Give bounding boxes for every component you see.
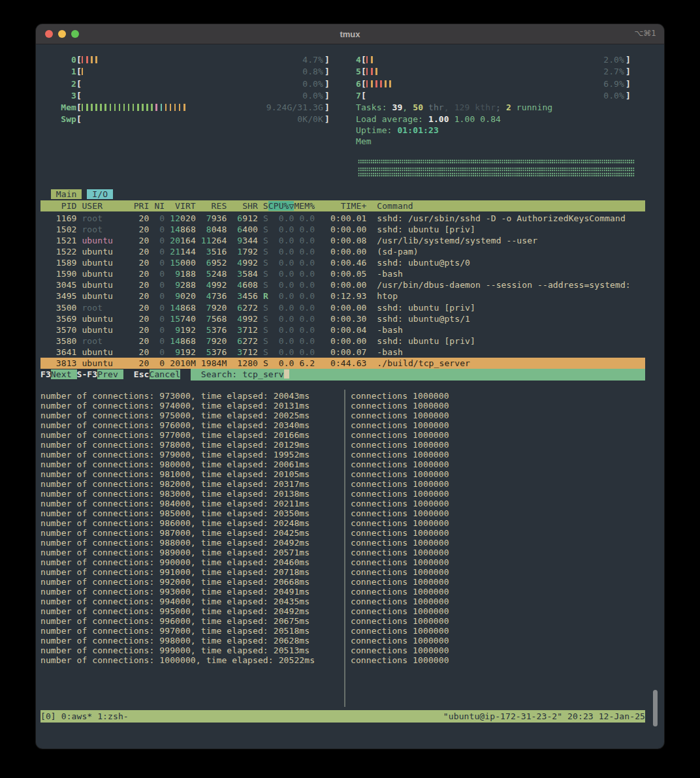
terminal[interactable]: 0[4.7%]1[0.8%]2[0.0%]3[0.0%]Mem[9.24G/31… (36, 44, 664, 749)
window-title: tmux (36, 29, 664, 39)
tasks-line: Tasks: 39, 50 thr, 129 kthr; 2 running (356, 102, 552, 113)
process-row-3580[interactable]: 3580 root 20 0 14868 7920 6272 S 0.0 0.0… (40, 335, 645, 347)
mem-label-line: Mem (356, 136, 372, 147)
search-input[interactable]: Search: tcp_serv (191, 369, 645, 381)
text-cursor (284, 369, 289, 379)
process-row-3641[interactable]: 3641 ubuntu 20 0 9192 5376 3712 S 0.0 0.… (40, 347, 645, 358)
status-host-time: "ubuntu@ip-172-31-23-2" 20:23 12-Jan-25 (443, 710, 645, 723)
function-key-bar: F3Next S-F3Prev EscCancel Search: tcp_se… (40, 369, 645, 381)
left-pane-log[interactable]: number of connections: 973000, time elap… (40, 391, 315, 665)
status-window-list[interactable]: [0] 0:aws* 1:zsh- (40, 710, 129, 723)
sort-column-cpu[interactable]: CPU%▽ (268, 201, 294, 211)
process-row-1522[interactable]: 1522 ubuntu 20 0 21144 3516 1792 S 0.0 0… (40, 246, 645, 257)
tab-io[interactable]: I/O (87, 189, 113, 199)
tab-main[interactable]: Main (51, 189, 82, 199)
close-button[interactable] (45, 30, 53, 38)
mem-graph-dots (358, 159, 635, 164)
cpu-meter-5: 5[2.7%] (356, 66, 631, 78)
htop-tab-row: Main I/O (40, 189, 113, 200)
scrollbar-thumb[interactable] (653, 690, 658, 726)
fn-cancel-button[interactable]: EscCancel (134, 369, 180, 381)
titlebar[interactable]: tmux ⌥⌘1 (36, 24, 664, 44)
right-pane-log[interactable]: connections 1000000 connections 1000000 … (351, 391, 449, 665)
cpu-meter-2: 2[0.0%] (56, 78, 330, 90)
memory-meter: Mem[9.24G/31.3G] (56, 102, 330, 114)
mem-graph-dots (358, 172, 635, 177)
cpu-meter-4: 4[2.0%] (356, 54, 631, 66)
process-row-1589[interactable]: 1589 ubuntu 20 0 15000 6952 4992 S 0.0 0… (40, 257, 645, 268)
process-row-1169[interactable]: 1169 root 20 0 12020 7936 6912 S 0.0 0.0… (40, 213, 645, 224)
tmux-window[interactable]: tmux ⌥⌘1 0[4.7%]1[0.8%]2[0.0%]3[0.0%]Mem… (36, 24, 664, 749)
cpu-meter-0: 0[4.7%] (56, 54, 330, 66)
uptime-line: Uptime: 01:01:23 (356, 125, 439, 136)
cpu-meter-6: 6[6.9%] (356, 78, 631, 90)
pane-divider[interactable] (344, 390, 345, 707)
process-row-3495[interactable]: 3495 ubuntu 20 0 9020 4736 3456 R 0.0 0.… (40, 290, 645, 302)
fn-next-button[interactable]: F3Next (40, 369, 77, 381)
process-row-3569[interactable]: 3569 ubuntu 20 0 15740 7568 4992 S 0.0 0… (40, 313, 645, 324)
zoom-button[interactable] (71, 30, 79, 38)
cpu-meter-3: 3[0.0%] (56, 90, 330, 102)
window-shortcut-badge: ⌥⌘1 (635, 29, 656, 38)
process-table-header[interactable]: PID USER PRI NI VIRT RES SHR SCPU%▽MEM% … (40, 200, 645, 211)
process-row-1502[interactable]: 1502 root 20 0 14868 8048 6400 S 0.0 0.0… (40, 224, 645, 235)
process-row-3045[interactable]: 3045 ubuntu 20 0 9288 4992 4608 S 0.0 0.… (40, 279, 645, 290)
fn-prev-button[interactable]: S-F3Prev (77, 369, 123, 381)
screen: tmux ⌥⌘1 0[4.7%]1[0.8%]2[0.0%]3[0.0%]Mem… (0, 0, 700, 778)
traffic-lights (45, 30, 79, 38)
process-row-3500[interactable]: 3500 root 20 0 14868 7920 6272 S 0.0 0.0… (40, 302, 645, 313)
swap-meter: Swp[0K/0K] (56, 114, 330, 125)
process-row-3570[interactable]: 3570 ubuntu 20 0 9192 5376 3712 S 0.0 0.… (40, 324, 645, 335)
load-average-line: Load average: 1.00 1.00 0.84 (356, 114, 501, 125)
cpu-meter-7: 7[0.0%] (356, 90, 631, 102)
tmux-status-bar: [0] 0:aws* 1:zsh- "ubuntu@ip-172-31-23-2… (40, 710, 645, 723)
process-row-3813[interactable]: 3813 ubuntu 20 0 2010M 1984M 1280 S 0.0 … (40, 358, 645, 369)
mem-graph-dots (358, 167, 635, 172)
process-row-1590[interactable]: 1590 ubuntu 20 0 9188 5248 3584 S 0.0 0.… (40, 268, 645, 279)
process-row-1521[interactable]: 1521 ubuntu 20 0 20164 11264 9344 S 0.0 … (40, 235, 645, 246)
minimize-button[interactable] (58, 30, 66, 38)
cpu-meter-1: 1[0.8%] (56, 66, 330, 78)
